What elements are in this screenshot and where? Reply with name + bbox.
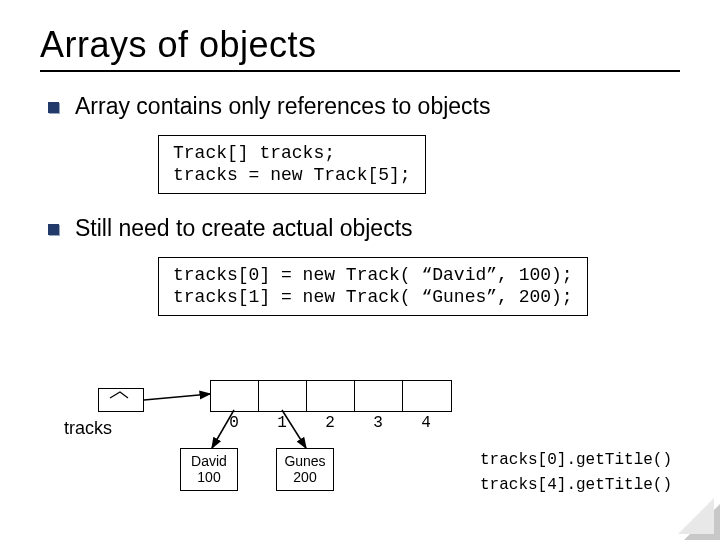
array-cell	[259, 381, 307, 411]
array-indices: 0 1 2 3 4	[210, 414, 450, 432]
svg-line-0	[144, 394, 210, 400]
array-cell	[211, 381, 259, 411]
array-index: 4	[402, 414, 450, 432]
array-cell	[307, 381, 355, 411]
tracks-variable-box	[98, 388, 144, 412]
track-value: 100	[185, 469, 233, 486]
array-index: 3	[354, 414, 402, 432]
array-cell	[403, 381, 451, 411]
track-value: 200	[281, 469, 329, 486]
track-name: Gunes	[281, 453, 329, 470]
bullet-2: Still need to create actual objects	[48, 214, 680, 243]
bullet-1-text: Array contains only references to object…	[75, 92, 490, 121]
slide-title: Arrays of objects	[40, 24, 680, 66]
method-calls: tracks[0].getTitle() tracks[4].getTitle(…	[480, 448, 672, 499]
bullet-2-text: Still need to create actual objects	[75, 214, 413, 243]
array-index: 1	[258, 414, 306, 432]
track-object-0: David 100	[180, 448, 238, 492]
array-cell	[355, 381, 403, 411]
array-index: 2	[306, 414, 354, 432]
page-corner-fold-icon	[684, 504, 720, 540]
tracks-variable-label: tracks	[64, 418, 112, 439]
track-object-1: Gunes 200	[276, 448, 334, 492]
title-underline	[40, 70, 680, 72]
bullet-icon	[48, 102, 59, 113]
track-name: David	[185, 453, 233, 470]
array-cells	[210, 380, 452, 412]
bullet-icon	[48, 224, 59, 235]
diagram: tracks 0 1 2 3 4 David 100 Gunes 200 tra…	[40, 352, 680, 532]
array-index: 0	[210, 414, 258, 432]
code-block-1: Track[] tracks; tracks = new Track[5];	[158, 135, 426, 194]
bullet-1: Array contains only references to object…	[48, 92, 680, 121]
code-block-2: tracks[0] = new Track( “David”, 100); tr…	[158, 257, 588, 316]
